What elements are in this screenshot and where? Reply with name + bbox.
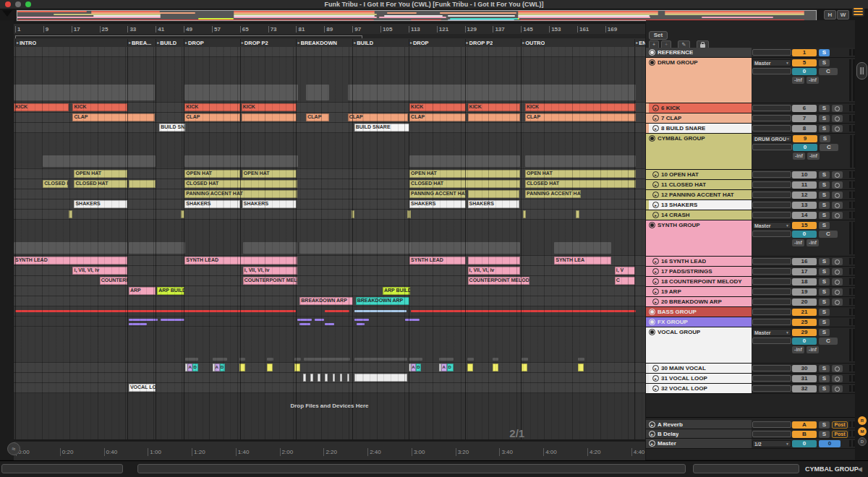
input-box[interactable] — [752, 115, 791, 121]
input-box[interactable] — [752, 385, 791, 392]
track-name-cell[interactable]: ▸Master — [646, 439, 752, 448]
track-header-20-breakdown-arp[interactable]: ▸20 BREAKDOWN ARP20S — [646, 297, 855, 307]
clip-closed-hat[interactable]: CLOSED HAT — [409, 180, 520, 188]
track-header-7-clap[interactable]: ▸7 CLAP7S — [646, 113, 855, 124]
mixer-toggle-m[interactable]: M — [858, 427, 867, 436]
track-header-18-counterpoint-melody[interactable]: ▸18 COUNTERPOINT MELODY18S — [646, 277, 855, 287]
input-box[interactable] — [752, 278, 791, 285]
clip[interactable] — [576, 210, 579, 218]
clip-clap[interactable]: CLAP — [306, 113, 329, 121]
solo-button[interactable]: S — [819, 268, 830, 275]
input-box[interactable] — [752, 231, 791, 237]
track-play-icon[interactable]: ▸ — [652, 171, 659, 178]
lane-10-open-hat[interactable]: OPEN HATOPEN HATOPEN HATOPEN HATOPEN HAT — [14, 169, 645, 179]
track-number[interactable]: B — [792, 431, 817, 438]
group-fold-icon[interactable] — [649, 135, 655, 142]
locator-brea[interactable]: ▸BREA... — [127, 39, 152, 46]
locator-drop[interactable]: ▸DROP — [184, 39, 204, 46]
lane-synth-group[interactable] — [14, 220, 645, 256]
track-number[interactable]: 16 — [792, 258, 817, 265]
track-play-icon[interactable]: ▸ — [652, 125, 659, 132]
track-number[interactable]: 21 — [792, 309, 817, 316]
clip[interactable] — [267, 364, 273, 371]
track-header-19-arp[interactable]: ▸19 ARP19S — [646, 287, 855, 297]
solo-button[interactable]: S — [819, 288, 830, 296]
clip-clap[interactable]: CLAP — [409, 113, 465, 121]
volume-value[interactable]: -inf — [792, 77, 804, 84]
solo-button[interactable]: S — [819, 105, 830, 112]
lane-14-crash[interactable] — [14, 210, 645, 220]
pan-value[interactable]: 0 — [792, 68, 817, 75]
input-box[interactable] — [752, 202, 791, 208]
track-header-bass-group[interactable]: BASS GROUP21S — [646, 307, 855, 317]
clip[interactable] — [493, 364, 498, 371]
track-header-8-build-snare[interactable]: ▸8 BUILD SNARE8S — [646, 124, 855, 134]
track-name-cell[interactable]: ▸19 ARP — [646, 287, 752, 296]
arm-button[interactable] — [832, 181, 843, 189]
input-box[interactable] — [752, 125, 791, 132]
track-play-icon[interactable]: ▸ — [652, 212, 659, 218]
lane-12-panning-accent-hat[interactable]: PANNING ACCENT HATPANNING ACCENT HATPANN… — [14, 189, 645, 199]
volume-value[interactable]: -inf — [792, 346, 804, 353]
clip-shakers[interactable]: SHAKERS — [468, 200, 519, 208]
clip[interactable] — [129, 180, 156, 188]
track-number[interactable]: 12 — [792, 192, 817, 199]
lane-cymbal-group[interactable] — [14, 133, 645, 169]
clip-shakers[interactable]: SHAKERS — [184, 200, 239, 208]
input-box[interactable] — [752, 212, 791, 218]
output-routing-select[interactable]: Master▼ — [752, 329, 791, 336]
mixer-toggle-r[interactable]: R — [858, 416, 867, 425]
clip-synth-lea[interactable]: SYNTH LEA — [554, 257, 610, 265]
locator-intro[interactable]: ▸INTRO — [15, 39, 36, 46]
clip-a[interactable]: A — [411, 364, 416, 371]
clip-arp[interactable]: ARP — [129, 287, 156, 295]
solo-button[interactable]: S — [819, 258, 830, 265]
solo-button[interactable]: S — [819, 59, 830, 66]
track-header-31-vocal-loop[interactable]: ▸31 VOCAL LOOP31S — [646, 374, 855, 384]
solo-button[interactable]: S — [819, 431, 830, 438]
track-header-10-open-hat[interactable]: ▸10 OPEN HAT10S — [646, 170, 855, 180]
solo-button[interactable]: S — [819, 171, 830, 179]
track-name-cell[interactable]: CYMBAL GROUP — [646, 134, 752, 169]
solo-button[interactable]: S — [819, 125, 830, 132]
track-play-icon[interactable]: ▸ — [649, 431, 655, 437]
arm-button[interactable] — [832, 288, 843, 296]
track-name-cell[interactable]: DRUM GROUP — [646, 58, 752, 103]
input-box[interactable] — [752, 105, 791, 111]
lane-18-counterpoint-melody[interactable]: COUNTERPCOUNTERPOINT MELOCOUNTERPOINT ME… — [14, 276, 645, 286]
locator-breakdown[interactable]: ▸BREAKDOWN — [296, 39, 336, 46]
track-number[interactable]: 30 — [792, 365, 817, 372]
lane-bass-group[interactable] — [14, 306, 645, 317]
volume-value[interactable]: -inf — [793, 152, 805, 160]
width-zoom-button[interactable]: W — [837, 10, 849, 20]
track-name-cell[interactable]: ▸16 SYNTH LEAD — [646, 257, 752, 266]
arm-button[interactable] — [832, 115, 843, 122]
track-number[interactable]: 32 — [792, 385, 817, 392]
clip[interactable] — [468, 113, 520, 121]
clip-closed-hat[interactable]: CLOSED HAT — [184, 180, 297, 188]
track-play-icon[interactable]: ▸ — [652, 288, 659, 295]
cue-button[interactable]: C — [819, 231, 838, 238]
master-pan[interactable]: 0 — [819, 440, 841, 447]
track-number[interactable]: 6 — [792, 105, 817, 112]
track-play-icon[interactable]: ▸ — [652, 202, 659, 208]
clip-arp-build[interactable]: ARP BUILD — [157, 287, 184, 295]
status-input-center[interactable] — [137, 464, 686, 473]
track-name-cell[interactable]: VOCAL GROUP — [646, 327, 752, 363]
track-name-cell[interactable]: REFERENCE — [646, 48, 752, 57]
clip-panning-accent-hat[interactable]: PANNING ACCENT HAT — [184, 190, 297, 198]
track-number[interactable]: 19 — [792, 288, 817, 296]
solo-button[interactable]: S — [820, 135, 830, 142]
locator-drop-p2[interactable]: ▸DROP P2 — [465, 39, 493, 46]
track-header-14-crash[interactable]: ▸14 CRASH14S — [646, 210, 855, 220]
gain-value[interactable]: -inf — [807, 346, 819, 353]
track-play-icon[interactable]: ▸ — [652, 115, 659, 121]
solo-button[interactable]: S — [819, 212, 830, 219]
input-box[interactable] — [752, 268, 791, 275]
track-header-fx-group[interactable]: FX GROUP25S — [646, 317, 855, 327]
solo-button[interactable]: S — [819, 222, 830, 229]
clip-open-hat[interactable]: OPEN HAT — [184, 170, 239, 178]
clip-d[interactable]: D — [192, 364, 197, 371]
track-number[interactable]: 11 — [792, 181, 817, 189]
lane-drum-group[interactable] — [14, 57, 645, 103]
